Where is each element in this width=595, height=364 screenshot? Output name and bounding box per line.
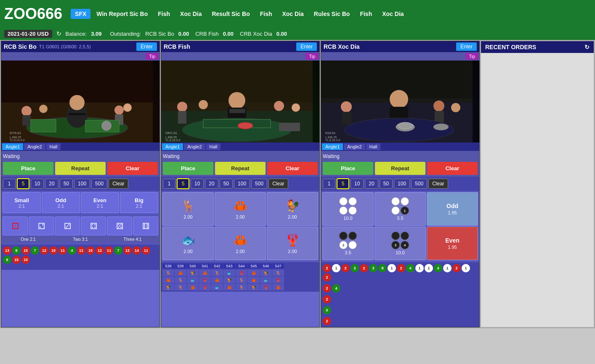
sicbo-bet-odd[interactable]: Odd 2:1 xyxy=(42,192,80,213)
sicbo-two-label: Two 3:1 xyxy=(55,236,106,243)
xocdia-chip-clear[interactable]: Clear xyxy=(428,179,448,189)
xocdia-3w1b-cell[interactable]: 1 3.5 xyxy=(375,192,426,226)
xocdia-tip-btn[interactable]: Tip xyxy=(465,53,478,60)
sicbo-repeat-btn[interactable]: Repeat xyxy=(55,162,106,175)
sicbo-dice-4[interactable]: ⚃ xyxy=(81,216,106,235)
sicbo-chip-10[interactable]: 10 xyxy=(31,179,44,189)
fish-chip-10[interactable]: 10 xyxy=(191,179,204,189)
fish-chip-clear[interactable]: Clear xyxy=(268,179,288,189)
fish-crab-cell[interactable]: 🦀 2.00 xyxy=(215,192,266,226)
xocdia-chip-1[interactable]: 1 xyxy=(323,179,335,189)
fish-chip-100[interactable]: 100 xyxy=(234,179,250,189)
fish-chip-50[interactable]: 50 xyxy=(220,179,233,189)
hist-11c: 11 xyxy=(105,246,113,255)
xhist-0: 0 xyxy=(323,306,331,314)
sicbo-chip-500[interactable]: 500 xyxy=(91,179,107,189)
sicbo-title: RCB Sic Bo xyxy=(4,43,37,50)
sicbo-chip-1[interactable]: 1 xyxy=(3,179,16,189)
nav-xocdia-2[interactable]: Xoc Dia xyxy=(278,9,308,19)
sicbo-place-btn[interactable]: Place xyxy=(3,162,53,175)
rcb-xocdia-label: CRB Xoc Dia xyxy=(240,31,272,37)
fish-repeat-btn[interactable]: Repeat xyxy=(215,162,266,175)
fish-hist-col-546: 546 xyxy=(260,264,272,269)
xocdia-chip-5[interactable]: 5 xyxy=(337,178,349,189)
xocdia-chip-bar: 1 5 10 20 50 100 500 Clear xyxy=(321,177,479,191)
xocdia-4black-cell[interactable]: 3 4 10.0 xyxy=(375,227,426,260)
fish-deer-cell[interactable]: 🦌 2.00 xyxy=(162,192,214,226)
hist-10b: 10 xyxy=(86,246,95,255)
sicbo-chip-50[interactable]: 50 xyxy=(60,179,73,189)
fish-row-1: 🦌 2.00 🦀 2.00 🐓 2.00 xyxy=(162,192,318,226)
xocdia-chip-50[interactable]: 50 xyxy=(380,179,393,189)
sicbo-dice-5[interactable]: ⚄ xyxy=(107,216,132,235)
fish-angle2-btn[interactable]: Angle2 xyxy=(184,143,205,150)
fish-chip-1[interactable]: 1 xyxy=(163,179,175,189)
balance-date: 2021-01-20 USD xyxy=(4,30,52,38)
nav-fish-1[interactable]: Fish xyxy=(154,9,174,19)
xocdia-odd-cell[interactable]: Odd 1.95 xyxy=(427,192,478,226)
xocdia-chip-500[interactable]: 500 xyxy=(411,179,427,189)
sicbo-angle2-btn[interactable]: Angle2 xyxy=(24,143,45,150)
xocdia-place-btn[interactable]: Place xyxy=(323,162,373,175)
fish-lobster-cell[interactable]: 🦀 2.00 xyxy=(215,227,266,260)
fish-rooster-cell[interactable]: 🐓 2.00 xyxy=(267,192,318,226)
xocdia-chip-100[interactable]: 100 xyxy=(394,179,410,189)
svg-point-48 xyxy=(398,122,413,129)
xocdia-chip-20[interactable]: 20 xyxy=(365,179,378,189)
sicbo-bet-small[interactable]: Small 2:1 xyxy=(3,192,41,213)
sicbo-enter-btn[interactable]: Enter xyxy=(136,42,157,51)
fish-panel: RCB Fish Enter Tip xyxy=(161,41,320,327)
fish-waiting: Waiting xyxy=(163,153,318,160)
nav-fish-3[interactable]: Fish xyxy=(356,9,376,19)
sicbo-angle1-btn[interactable]: Angle1 xyxy=(2,143,23,150)
nav-rules-sicbo[interactable]: Rules Sic Bo xyxy=(310,9,354,19)
xocdia-angle1-btn[interactable]: Angle1 xyxy=(322,143,343,150)
sicbo-chip-100[interactable]: 100 xyxy=(74,179,90,189)
sicbo-tip-btn[interactable]: Tip xyxy=(146,53,159,60)
sicbo-bet-big[interactable]: Big 2:1 xyxy=(120,192,158,213)
fish-tip-btn[interactable]: Tip xyxy=(305,53,319,60)
fish-enter-btn[interactable]: Enter xyxy=(296,42,317,51)
fish-shrimp-cell[interactable]: 🦞 2.00 xyxy=(267,227,318,260)
sicbo-chip-20[interactable]: 20 xyxy=(45,179,58,189)
fish-fish-cell[interactable]: 🐟 2.00 xyxy=(162,227,214,260)
xocdia-chip-10[interactable]: 10 xyxy=(351,179,364,189)
fish-place-btn[interactable]: Place xyxy=(163,162,213,175)
recent-refresh-icon[interactable]: ↻ xyxy=(584,44,590,50)
svg-point-41 xyxy=(433,100,444,111)
svg-point-49 xyxy=(433,124,449,130)
nav-sfx[interactable]: SFX xyxy=(71,9,90,19)
fish-chip-20[interactable]: 20 xyxy=(205,179,218,189)
xocdia-repeat-btn[interactable]: Repeat xyxy=(375,162,425,175)
nav-result-sicbo[interactable]: Result Sic Bo xyxy=(207,9,254,19)
fish-hall-btn[interactable]: Hall xyxy=(206,143,221,150)
sicbo-bet-even[interactable]: Even 2:1 xyxy=(81,192,119,213)
sicbo-hall-btn[interactable]: Hall xyxy=(46,143,61,150)
sicbo-dice-1[interactable]: ⚀ xyxy=(3,216,28,235)
sicbo-dice-6[interactable]: ⚅ xyxy=(133,216,158,235)
sicbo-dice-2[interactable]: ⚁ xyxy=(29,216,54,235)
sicbo-chip-5[interactable]: 5 xyxy=(17,178,29,189)
nav-win-report-sicbo[interactable]: Win Report Sic Bo xyxy=(92,9,152,19)
nav-xocdia-3[interactable]: Xoc Dia xyxy=(378,9,408,19)
fish-clear-btn[interactable]: Clear xyxy=(267,162,318,175)
fish-chip-5[interactable]: 5 xyxy=(177,178,189,189)
xocdia-4white-cell[interactable]: 10.0 xyxy=(322,192,374,226)
xocdia-clear-btn[interactable]: Clear xyxy=(427,162,478,175)
fish-chip-500[interactable]: 500 xyxy=(251,179,267,189)
fish-angle1-btn[interactable]: Angle1 xyxy=(162,143,183,150)
sicbo-clear-btn[interactable]: Clear xyxy=(107,162,158,175)
xocdia-angle2-btn[interactable]: Angle2 xyxy=(344,143,365,150)
nav-xocdia-1[interactable]: Xoc Dia xyxy=(176,9,206,19)
xocdia-hall-btn[interactable]: Hall xyxy=(366,143,381,150)
nav-fish-2[interactable]: Fish xyxy=(256,9,276,19)
sicbo-chip-clear[interactable]: Clear xyxy=(109,179,128,189)
xocdia-enter-btn[interactable]: Enter xyxy=(456,42,477,51)
xocdia-even-cell[interactable]: Even 1.95 xyxy=(427,227,478,260)
sicbo-dice-3[interactable]: ⚂ xyxy=(55,216,80,235)
xocdia-2b2w-cell[interactable]: 3 3.5 xyxy=(322,227,374,260)
header: ZOO666 SFX Win Report Sic Bo Fish Xoc Di… xyxy=(0,0,595,27)
fh19: 🐟 xyxy=(260,277,272,283)
sicbo-history: 13 8 15 7 12 10 11 4 11 10 12 11 7 12 14… xyxy=(1,245,159,270)
refresh-icon[interactable]: ↻ xyxy=(56,30,61,37)
